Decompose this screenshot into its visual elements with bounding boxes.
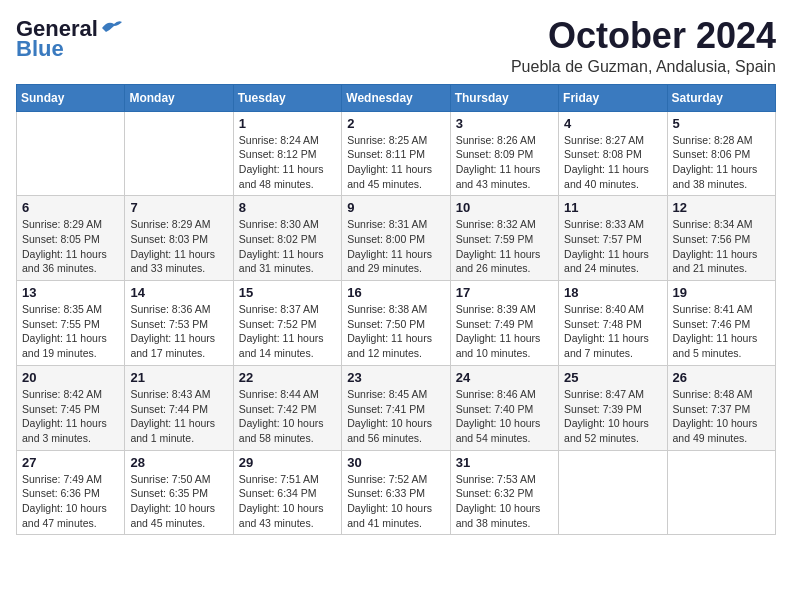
day-number: 16 bbox=[347, 285, 444, 300]
day-info: Sunrise: 8:34 AM Sunset: 7:56 PM Dayligh… bbox=[673, 217, 770, 276]
page-header: General Blue October 2024 Puebla de Guzm… bbox=[16, 16, 776, 76]
day-info: Sunrise: 8:36 AM Sunset: 7:53 PM Dayligh… bbox=[130, 302, 227, 361]
day-number: 8 bbox=[239, 200, 336, 215]
calendar-cell: 23Sunrise: 8:45 AM Sunset: 7:41 PM Dayli… bbox=[342, 365, 450, 450]
calendar-cell: 26Sunrise: 8:48 AM Sunset: 7:37 PM Dayli… bbox=[667, 365, 775, 450]
calendar-cell: 4Sunrise: 8:27 AM Sunset: 8:08 PM Daylig… bbox=[559, 111, 667, 196]
logo-blue-text: Blue bbox=[16, 36, 64, 62]
day-info: Sunrise: 8:45 AM Sunset: 7:41 PM Dayligh… bbox=[347, 387, 444, 446]
day-number: 1 bbox=[239, 116, 336, 131]
col-header-friday: Friday bbox=[559, 84, 667, 111]
calendar-cell bbox=[125, 111, 233, 196]
day-number: 31 bbox=[456, 455, 553, 470]
day-number: 23 bbox=[347, 370, 444, 385]
col-header-tuesday: Tuesday bbox=[233, 84, 341, 111]
calendar-week-row: 20Sunrise: 8:42 AM Sunset: 7:45 PM Dayli… bbox=[17, 365, 776, 450]
day-info: Sunrise: 8:29 AM Sunset: 8:03 PM Dayligh… bbox=[130, 217, 227, 276]
day-number: 10 bbox=[456, 200, 553, 215]
day-number: 18 bbox=[564, 285, 661, 300]
calendar-header-row: SundayMondayTuesdayWednesdayThursdayFrid… bbox=[17, 84, 776, 111]
day-number: 29 bbox=[239, 455, 336, 470]
calendar-cell: 9Sunrise: 8:31 AM Sunset: 8:00 PM Daylig… bbox=[342, 196, 450, 281]
calendar-cell: 2Sunrise: 8:25 AM Sunset: 8:11 PM Daylig… bbox=[342, 111, 450, 196]
day-number: 24 bbox=[456, 370, 553, 385]
calendar-cell: 28Sunrise: 7:50 AM Sunset: 6:35 PM Dayli… bbox=[125, 450, 233, 535]
day-info: Sunrise: 8:42 AM Sunset: 7:45 PM Dayligh… bbox=[22, 387, 119, 446]
day-info: Sunrise: 7:50 AM Sunset: 6:35 PM Dayligh… bbox=[130, 472, 227, 531]
col-header-monday: Monday bbox=[125, 84, 233, 111]
calendar-cell: 21Sunrise: 8:43 AM Sunset: 7:44 PM Dayli… bbox=[125, 365, 233, 450]
calendar-week-row: 1Sunrise: 8:24 AM Sunset: 8:12 PM Daylig… bbox=[17, 111, 776, 196]
logo: General Blue bbox=[16, 16, 122, 62]
location-text: Puebla de Guzman, Andalusia, Spain bbox=[511, 58, 776, 76]
calendar-cell: 7Sunrise: 8:29 AM Sunset: 8:03 PM Daylig… bbox=[125, 196, 233, 281]
day-number: 22 bbox=[239, 370, 336, 385]
calendar-cell: 18Sunrise: 8:40 AM Sunset: 7:48 PM Dayli… bbox=[559, 281, 667, 366]
day-number: 13 bbox=[22, 285, 119, 300]
day-info: Sunrise: 8:27 AM Sunset: 8:08 PM Dayligh… bbox=[564, 133, 661, 192]
day-number: 20 bbox=[22, 370, 119, 385]
day-number: 21 bbox=[130, 370, 227, 385]
day-number: 6 bbox=[22, 200, 119, 215]
logo-bird-icon bbox=[100, 18, 122, 36]
day-info: Sunrise: 8:29 AM Sunset: 8:05 PM Dayligh… bbox=[22, 217, 119, 276]
day-info: Sunrise: 7:49 AM Sunset: 6:36 PM Dayligh… bbox=[22, 472, 119, 531]
day-info: Sunrise: 8:46 AM Sunset: 7:40 PM Dayligh… bbox=[456, 387, 553, 446]
calendar-week-row: 13Sunrise: 8:35 AM Sunset: 7:55 PM Dayli… bbox=[17, 281, 776, 366]
calendar-table: SundayMondayTuesdayWednesdayThursdayFrid… bbox=[16, 84, 776, 536]
calendar-cell: 22Sunrise: 8:44 AM Sunset: 7:42 PM Dayli… bbox=[233, 365, 341, 450]
day-number: 12 bbox=[673, 200, 770, 215]
calendar-cell: 6Sunrise: 8:29 AM Sunset: 8:05 PM Daylig… bbox=[17, 196, 125, 281]
calendar-cell: 17Sunrise: 8:39 AM Sunset: 7:49 PM Dayli… bbox=[450, 281, 558, 366]
day-info: Sunrise: 8:26 AM Sunset: 8:09 PM Dayligh… bbox=[456, 133, 553, 192]
day-number: 7 bbox=[130, 200, 227, 215]
calendar-cell: 1Sunrise: 8:24 AM Sunset: 8:12 PM Daylig… bbox=[233, 111, 341, 196]
calendar-cell: 3Sunrise: 8:26 AM Sunset: 8:09 PM Daylig… bbox=[450, 111, 558, 196]
calendar-cell bbox=[17, 111, 125, 196]
day-info: Sunrise: 8:25 AM Sunset: 8:11 PM Dayligh… bbox=[347, 133, 444, 192]
col-header-sunday: Sunday bbox=[17, 84, 125, 111]
day-info: Sunrise: 8:31 AM Sunset: 8:00 PM Dayligh… bbox=[347, 217, 444, 276]
col-header-thursday: Thursday bbox=[450, 84, 558, 111]
calendar-cell: 10Sunrise: 8:32 AM Sunset: 7:59 PM Dayli… bbox=[450, 196, 558, 281]
calendar-cell: 16Sunrise: 8:38 AM Sunset: 7:50 PM Dayli… bbox=[342, 281, 450, 366]
day-number: 14 bbox=[130, 285, 227, 300]
day-info: Sunrise: 8:28 AM Sunset: 8:06 PM Dayligh… bbox=[673, 133, 770, 192]
calendar-cell: 29Sunrise: 7:51 AM Sunset: 6:34 PM Dayli… bbox=[233, 450, 341, 535]
calendar-cell: 30Sunrise: 7:52 AM Sunset: 6:33 PM Dayli… bbox=[342, 450, 450, 535]
day-info: Sunrise: 8:43 AM Sunset: 7:44 PM Dayligh… bbox=[130, 387, 227, 446]
day-info: Sunrise: 8:24 AM Sunset: 8:12 PM Dayligh… bbox=[239, 133, 336, 192]
month-title: October 2024 bbox=[511, 16, 776, 56]
calendar-cell: 25Sunrise: 8:47 AM Sunset: 7:39 PM Dayli… bbox=[559, 365, 667, 450]
day-number: 3 bbox=[456, 116, 553, 131]
calendar-cell: 31Sunrise: 7:53 AM Sunset: 6:32 PM Dayli… bbox=[450, 450, 558, 535]
col-header-saturday: Saturday bbox=[667, 84, 775, 111]
calendar-cell: 15Sunrise: 8:37 AM Sunset: 7:52 PM Dayli… bbox=[233, 281, 341, 366]
day-number: 2 bbox=[347, 116, 444, 131]
day-number: 25 bbox=[564, 370, 661, 385]
calendar-cell: 12Sunrise: 8:34 AM Sunset: 7:56 PM Dayli… bbox=[667, 196, 775, 281]
day-info: Sunrise: 8:30 AM Sunset: 8:02 PM Dayligh… bbox=[239, 217, 336, 276]
day-number: 28 bbox=[130, 455, 227, 470]
day-number: 5 bbox=[673, 116, 770, 131]
day-info: Sunrise: 7:51 AM Sunset: 6:34 PM Dayligh… bbox=[239, 472, 336, 531]
calendar-cell: 14Sunrise: 8:36 AM Sunset: 7:53 PM Dayli… bbox=[125, 281, 233, 366]
day-number: 30 bbox=[347, 455, 444, 470]
day-number: 4 bbox=[564, 116, 661, 131]
day-number: 27 bbox=[22, 455, 119, 470]
day-number: 26 bbox=[673, 370, 770, 385]
calendar-cell bbox=[559, 450, 667, 535]
day-info: Sunrise: 8:38 AM Sunset: 7:50 PM Dayligh… bbox=[347, 302, 444, 361]
calendar-week-row: 6Sunrise: 8:29 AM Sunset: 8:05 PM Daylig… bbox=[17, 196, 776, 281]
calendar-cell bbox=[667, 450, 775, 535]
day-info: Sunrise: 8:32 AM Sunset: 7:59 PM Dayligh… bbox=[456, 217, 553, 276]
day-number: 11 bbox=[564, 200, 661, 215]
calendar-cell: 8Sunrise: 8:30 AM Sunset: 8:02 PM Daylig… bbox=[233, 196, 341, 281]
day-info: Sunrise: 8:44 AM Sunset: 7:42 PM Dayligh… bbox=[239, 387, 336, 446]
day-number: 9 bbox=[347, 200, 444, 215]
calendar-cell: 5Sunrise: 8:28 AM Sunset: 8:06 PM Daylig… bbox=[667, 111, 775, 196]
title-block: October 2024 Puebla de Guzman, Andalusia… bbox=[511, 16, 776, 76]
calendar-cell: 11Sunrise: 8:33 AM Sunset: 7:57 PM Dayli… bbox=[559, 196, 667, 281]
calendar-cell: 19Sunrise: 8:41 AM Sunset: 7:46 PM Dayli… bbox=[667, 281, 775, 366]
calendar-week-row: 27Sunrise: 7:49 AM Sunset: 6:36 PM Dayli… bbox=[17, 450, 776, 535]
